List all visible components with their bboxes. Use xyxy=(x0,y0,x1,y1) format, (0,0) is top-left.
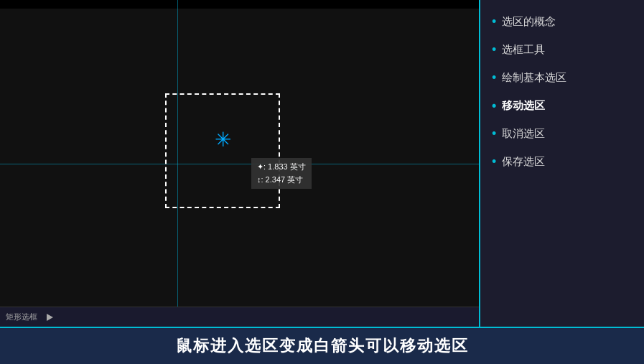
video-bottom-bar: 矩形选框 xyxy=(0,307,479,327)
tool-name-label: 矩形选框 xyxy=(6,312,37,322)
subtitle-bar: 鼠标进入选区变成白箭头可以移动选区 xyxy=(0,327,644,364)
bullet-icon: • xyxy=(492,14,496,29)
sidebar-label-save: 保存选区 xyxy=(502,155,545,169)
sidebar: • 选区的概念 • 选框工具 • 绘制基本选区 • 移动选区 • 取消选区 • … xyxy=(479,0,644,327)
sidebar-item-move[interactable]: • 移动选区 xyxy=(492,98,633,113)
sidebar-label-tool: 选框工具 xyxy=(502,43,545,57)
play-button[interactable] xyxy=(43,311,56,324)
bullet-icon: • xyxy=(492,70,496,85)
tooltip-line1: ✦: 1.833 英寸 xyxy=(257,161,306,174)
bullet-icon: • xyxy=(492,126,496,141)
subtitle-text: 鼠标进入选区变成白箭头可以移动选区 xyxy=(176,335,469,357)
sidebar-item-concept[interactable]: • 选区的概念 xyxy=(492,14,633,29)
sidebar-item-save[interactable]: • 保存选区 xyxy=(492,154,633,169)
sidebar-item-cancel[interactable]: • 取消选区 xyxy=(492,126,633,141)
sidebar-label-draw: 绘制基本选区 xyxy=(502,71,566,85)
canvas-top-bar xyxy=(0,0,479,9)
main-area: ✳ ✦: 1.833 英寸 ↕: 2.347 英寸 矩形选框 • 选区的概念 •… xyxy=(0,0,644,327)
tooltip-line2: ↕: 2.347 英寸 xyxy=(257,174,306,187)
sidebar-label-move: 移动选区 xyxy=(502,99,545,113)
bullet-icon: • xyxy=(492,98,496,113)
sidebar-label-concept: 选区的概念 xyxy=(502,15,556,29)
coordinates-tooltip: ✦: 1.833 英寸 ↕: 2.347 英寸 xyxy=(251,158,312,189)
sidebar-label-cancel: 取消选区 xyxy=(502,127,545,141)
selection-rectangle xyxy=(165,93,280,208)
bullet-icon: • xyxy=(492,42,496,57)
sidebar-item-draw[interactable]: • 绘制基本选区 xyxy=(492,70,633,85)
sidebar-item-tool[interactable]: • 选框工具 xyxy=(492,42,633,57)
cursor-star: ✳ xyxy=(215,130,231,150)
bullet-icon: • xyxy=(492,154,496,169)
video-area: ✳ ✦: 1.833 英寸 ↕: 2.347 英寸 矩形选框 xyxy=(0,0,479,327)
